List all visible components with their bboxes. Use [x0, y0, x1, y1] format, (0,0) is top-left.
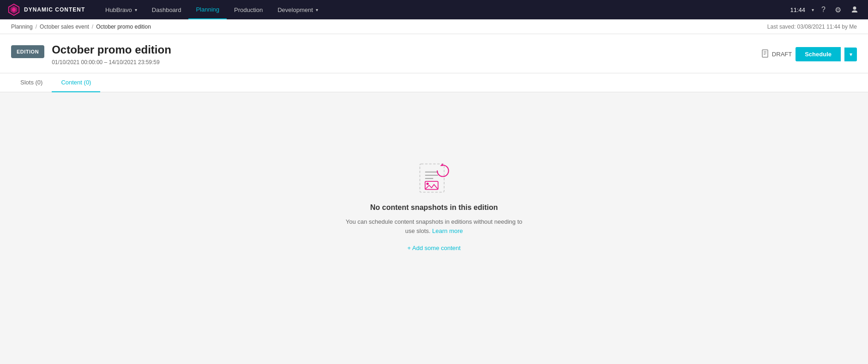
nav-hubbravo[interactable]: HubBravo ▾	[98, 0, 145, 19]
empty-state-description: You can schedule content snapshots in ed…	[342, 217, 526, 235]
breadcrumb-event[interactable]: October sales event	[40, 24, 89, 30]
settings-button[interactable]: ⚙	[833, 4, 843, 16]
nav-right: 11:44 ▾ ? ⚙	[790, 4, 861, 16]
empty-state: No content snapshots in this edition You…	[342, 162, 526, 253]
breadcrumb-bar: Planning / October sales event / October…	[0, 19, 868, 34]
page-date-range: 01/10/2021 00:00:00 – 14/10/2021 23:59:5…	[52, 59, 171, 66]
last-saved-text: Last saved: 03/08/2021 11:44 by Me	[767, 24, 857, 30]
page-header: Edition October promo edition 01/10/2021…	[0, 34, 868, 73]
tab-slots[interactable]: Slots (0)	[11, 73, 52, 92]
brand-logo-icon	[7, 3, 20, 16]
svg-point-12	[426, 183, 428, 185]
user-button[interactable]	[849, 4, 861, 16]
draft-label: DRAFT	[772, 51, 792, 58]
content-area: No content snapshots in this edition You…	[0, 92, 868, 323]
nav-planning[interactable]: Planning	[188, 0, 227, 19]
empty-state-icon	[418, 162, 450, 194]
nav-development[interactable]: Development ▾	[270, 0, 326, 19]
page-title-block: October promo edition 01/10/2021 00:00:0…	[52, 43, 171, 73]
breadcrumb-sep-2: /	[92, 24, 93, 30]
nav-dashboard[interactable]: Dashboard	[145, 0, 189, 19]
draft-doc-icon	[761, 49, 769, 60]
breadcrumb: Planning / October sales event / October…	[11, 24, 151, 30]
breadcrumb-sep-1: /	[36, 24, 37, 30]
nav-production[interactable]: Production	[227, 0, 270, 19]
edition-badge: Edition	[11, 45, 44, 58]
chevron-down-icon: ▾	[850, 51, 852, 58]
top-nav: DYNAMIC CONTENT HubBravo ▾ Dashboard Pla…	[0, 0, 868, 19]
brand: DYNAMIC CONTENT	[7, 3, 90, 16]
page-header-right: DRAFT Schedule ▾	[761, 43, 857, 61]
nav-time: 11:44	[790, 6, 806, 13]
time-chevron-icon: ▾	[812, 7, 814, 12]
tabs-bar: Slots (0) Content (0)	[0, 73, 868, 92]
chevron-down-icon: ▾	[135, 7, 137, 12]
schedule-dropdown-button[interactable]: ▾	[844, 48, 857, 61]
breadcrumb-current: October promo edition	[96, 24, 151, 30]
chevron-down-icon: ▾	[316, 7, 318, 12]
schedule-button[interactable]: Schedule	[796, 47, 841, 61]
user-icon	[850, 6, 859, 14]
add-content-button[interactable]: + Add some content	[407, 243, 460, 253]
tab-content[interactable]: Content (0)	[52, 73, 100, 92]
breadcrumb-planning[interactable]: Planning	[11, 24, 33, 30]
svg-rect-3	[762, 50, 768, 57]
empty-state-title: No content snapshots in this edition	[370, 203, 498, 212]
brand-name: DYNAMIC CONTENT	[24, 6, 85, 13]
page-header-left: Edition October promo edition 01/10/2021…	[11, 43, 171, 73]
learn-more-link[interactable]: Learn more	[432, 227, 463, 234]
page-title: October promo edition	[52, 43, 171, 56]
draft-badge: DRAFT	[761, 49, 792, 60]
help-button[interactable]: ?	[820, 4, 827, 16]
